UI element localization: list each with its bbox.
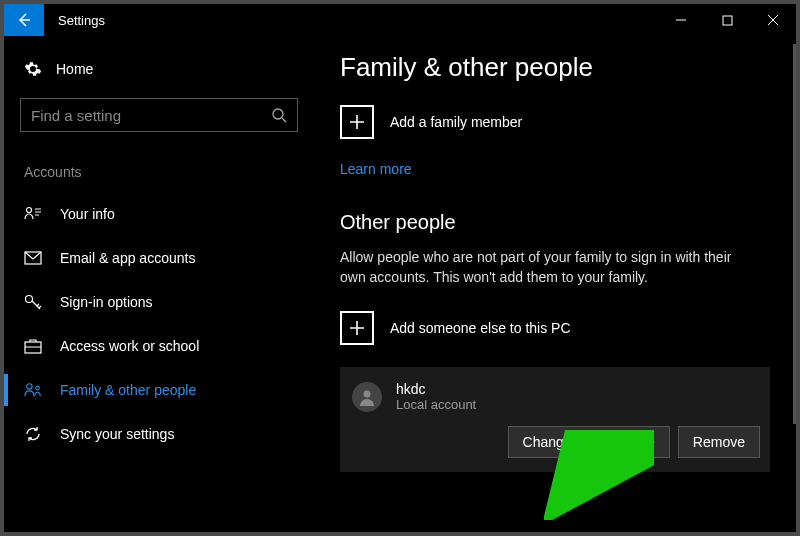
sidebar-item-signin[interactable]: Sign-in options	[20, 280, 298, 324]
sidebar-item-label: Access work or school	[60, 338, 199, 354]
plus-icon	[340, 105, 374, 139]
other-people-heading: Other people	[340, 211, 770, 234]
scrollbar[interactable]	[793, 44, 796, 424]
add-other-label: Add someone else to this PC	[390, 320, 571, 336]
close-icon	[767, 14, 779, 26]
svg-point-2	[27, 208, 32, 213]
sidebar-item-email[interactable]: Email & app accounts	[20, 236, 298, 280]
user-subtitle: Local account	[396, 397, 476, 412]
people-icon	[24, 381, 42, 399]
svg-point-1	[273, 109, 283, 119]
close-button[interactable]	[750, 4, 796, 36]
window-title: Settings	[44, 4, 658, 36]
sidebar-item-label: Family & other people	[60, 382, 196, 398]
other-people-description: Allow people who are not part of your fa…	[340, 248, 760, 287]
search-input[interactable]: Find a setting	[20, 98, 298, 132]
plus-icon	[340, 311, 374, 345]
svg-point-4	[26, 296, 33, 303]
person-lines-icon	[24, 205, 42, 223]
section-label: Accounts	[20, 164, 298, 180]
briefcase-icon	[24, 337, 42, 355]
svg-rect-0	[723, 16, 732, 25]
sidebar-item-label: Email & app accounts	[60, 250, 195, 266]
person-icon	[358, 388, 376, 406]
sidebar-item-sync[interactable]: Sync your settings	[20, 412, 298, 456]
home-label: Home	[56, 61, 93, 77]
sidebar-item-label: Sign-in options	[60, 294, 153, 310]
sidebar-item-label: Your info	[60, 206, 115, 222]
search-placeholder: Find a setting	[31, 107, 271, 124]
main-content: Family & other people Add a family membe…	[314, 36, 796, 532]
sync-icon	[24, 425, 42, 443]
home-button[interactable]: Home	[20, 54, 298, 98]
mail-icon	[24, 249, 42, 267]
back-button[interactable]	[4, 4, 44, 36]
page-title: Family & other people	[340, 52, 770, 83]
svg-point-6	[27, 384, 32, 389]
search-icon	[271, 107, 287, 123]
sidebar-item-label: Sync your settings	[60, 426, 174, 442]
maximize-icon	[722, 15, 733, 26]
user-name: hkdc	[396, 381, 476, 397]
learn-more-link[interactable]: Learn more	[340, 161, 412, 177]
sidebar: Home Find a setting Accounts Your info E…	[4, 36, 314, 532]
minimize-icon	[675, 14, 687, 26]
change-account-type-button[interactable]: Change account type	[508, 426, 670, 458]
titlebar: Settings	[4, 4, 796, 36]
add-family-label: Add a family member	[390, 114, 522, 130]
avatar	[352, 382, 382, 412]
add-other-button[interactable]: Add someone else to this PC	[340, 311, 770, 345]
sidebar-item-work[interactable]: Access work or school	[20, 324, 298, 368]
sidebar-item-your-info[interactable]: Your info	[20, 192, 298, 236]
svg-point-7	[36, 386, 40, 390]
minimize-button[interactable]	[658, 4, 704, 36]
arrow-left-icon	[16, 12, 32, 28]
user-card[interactable]: hkdc Local account Change account type R…	[340, 367, 770, 472]
gear-icon	[24, 60, 42, 78]
maximize-button[interactable]	[704, 4, 750, 36]
sidebar-item-family[interactable]: Family & other people	[20, 368, 298, 412]
svg-point-8	[364, 390, 371, 397]
add-family-button[interactable]: Add a family member	[340, 105, 770, 139]
remove-button[interactable]: Remove	[678, 426, 760, 458]
key-icon	[24, 293, 42, 311]
